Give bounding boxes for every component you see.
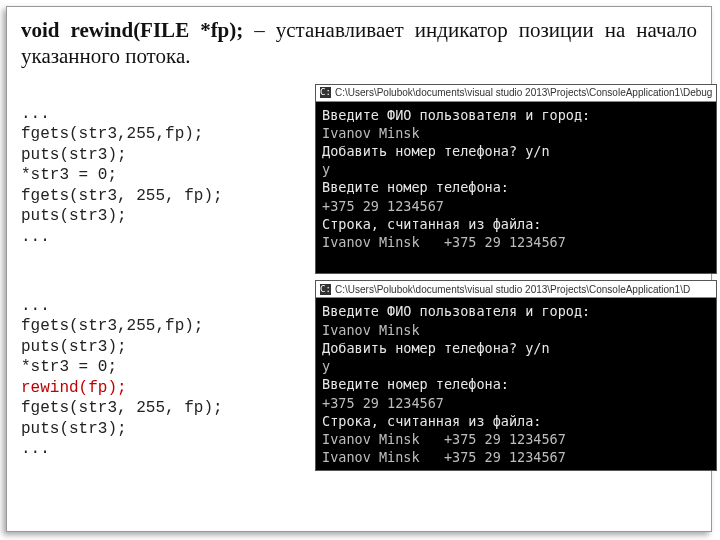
slide-frame: void rewind(FILE *fp); – устанавливает и… bbox=[6, 6, 712, 532]
code-line: ... bbox=[21, 228, 50, 246]
term-line: Добавить номер телефона? y/n bbox=[322, 340, 550, 356]
code-line: puts(str3); bbox=[21, 338, 127, 356]
code-line-rewind: rewind(fp); bbox=[21, 379, 127, 397]
heading: void rewind(FILE *fp); – устанавливает и… bbox=[21, 17, 697, 70]
terminal-output: Введите ФИО пользователя и город: Ivanov… bbox=[316, 102, 716, 274]
terminal-window-1: C: C:\Users\Polubok\documents\visual stu… bbox=[315, 84, 717, 275]
term-line: +375 29 1234567 bbox=[322, 198, 444, 214]
code-line: fgets(str3, 255, fp); bbox=[21, 187, 223, 205]
term-line: Введите ФИО пользователя и город: bbox=[322, 303, 590, 319]
term-line: Строка, считанная из файла: bbox=[322, 216, 541, 232]
term-line: Ivanov Minsk bbox=[322, 125, 420, 141]
code-line: fgets(str3, 255, fp); bbox=[21, 399, 223, 417]
term-line bbox=[322, 252, 330, 268]
term-line: +375 29 1234567 bbox=[322, 395, 444, 411]
terminal-title: C:\Users\Polubok\documents\visual studio… bbox=[335, 284, 690, 295]
code-line: puts(str3); bbox=[21, 420, 127, 438]
term-line: Введите номер телефона: bbox=[322, 376, 509, 392]
term-line: Добавить номер телефона? y/n bbox=[322, 143, 550, 159]
code-line: puts(str3); bbox=[21, 207, 127, 225]
term-line: Ivanov Minsk +375 29 1234567 bbox=[322, 449, 566, 465]
terminal-titlebar: C: C:\Users\Polubok\documents\visual stu… bbox=[316, 85, 716, 102]
cmd-icon: C: bbox=[320, 284, 331, 295]
code-line: *str3 = 0; bbox=[21, 358, 117, 376]
term-line: y bbox=[322, 358, 330, 374]
terminal-column: C: C:\Users\Polubok\documents\visual stu… bbox=[315, 84, 717, 472]
term-line: y bbox=[322, 161, 330, 177]
code-column: ... fgets(str3,255,fp); puts(str3); *str… bbox=[21, 84, 307, 472]
terminal-titlebar: C: C:\Users\Polubok\documents\visual stu… bbox=[316, 281, 716, 298]
code-line: ... bbox=[21, 105, 50, 123]
terminal-title: C:\Users\Polubok\documents\visual studio… bbox=[335, 87, 712, 98]
term-line: Ivanov Minsk bbox=[322, 322, 420, 338]
code-line: ... bbox=[21, 297, 50, 315]
term-line: Ivanov Minsk +375 29 1234567 bbox=[322, 234, 566, 250]
content-columns: ... fgets(str3,255,fp); puts(str3); *str… bbox=[21, 84, 697, 472]
terminal-output: Введите ФИО пользователя и город: Ivanov… bbox=[316, 298, 716, 470]
term-line: Введите ФИО пользователя и город: bbox=[322, 107, 590, 123]
term-line: Ivanov Minsk +375 29 1234567 bbox=[322, 431, 566, 447]
code-line: fgets(str3,255,fp); bbox=[21, 317, 203, 335]
code-block-1: ... fgets(str3,255,fp); puts(str3); *str… bbox=[21, 84, 307, 248]
function-signature: void rewind(FILE *fp); bbox=[21, 18, 243, 42]
term-line: Введите номер телефона: bbox=[322, 179, 509, 195]
cmd-icon: C: bbox=[320, 87, 331, 98]
code-line: fgets(str3,255,fp); bbox=[21, 125, 203, 143]
code-line: puts(str3); bbox=[21, 146, 127, 164]
code-block-2: ... fgets(str3,255,fp); puts(str3); *str… bbox=[21, 275, 307, 459]
term-line: Строка, считанная из файла: bbox=[322, 413, 541, 429]
terminal-window-2: C: C:\Users\Polubok\documents\visual stu… bbox=[315, 280, 717, 471]
code-line: *str3 = 0; bbox=[21, 166, 117, 184]
code-line: ... bbox=[21, 440, 50, 458]
